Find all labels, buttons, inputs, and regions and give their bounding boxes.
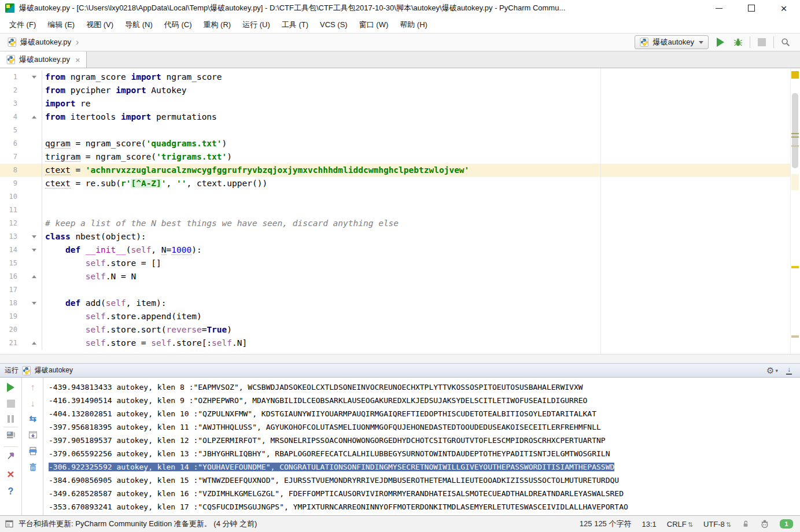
code-line[interactable]: 11 — [0, 204, 791, 217]
code-line[interactable]: 10 — [0, 190, 791, 204]
code-line[interactable]: 7trigram = ngram_score('trigrams.txt') — [0, 150, 791, 164]
search-everywhere-button[interactable] — [779, 36, 792, 49]
console-line[interactable]: -306.922325592 autokey, klen 14 :"YOUHAV… — [44, 460, 800, 474]
close-console-button[interactable]: × — [6, 469, 16, 478]
menu-item-5[interactable]: 重构 (R) — [197, 17, 237, 32]
stripe-mark[interactable] — [791, 145, 799, 147]
pin-tab-button[interactable] — [6, 451, 16, 460]
code-line[interactable]: 8ctext = 'achnrvxzzuglarucalznwcygfggruf… — [0, 164, 791, 177]
fold-up-icon[interactable] — [17, 337, 42, 350]
console-line[interactable]: -353.670893241 autokey, klen 17 :"CQSFUC… — [44, 500, 800, 513]
stripe-mark[interactable] — [791, 174, 799, 190]
close-window-button[interactable]: × — [768, 0, 800, 16]
fold-up-icon[interactable] — [17, 270, 42, 283]
scroll-to-end-button[interactable] — [28, 430, 38, 439]
inspection-status-icon[interactable] — [791, 71, 799, 79]
prev-occurrence-button[interactable]: ↑ — [28, 383, 38, 392]
code-line[interactable]: 1from ngram_score import ngram_score — [0, 71, 791, 84]
code-line[interactable]: 4from itertools import permutations — [0, 110, 791, 124]
console-line[interactable]: -384.690856905 autokey, klen 15 :"WTNWZD… — [44, 474, 800, 487]
restore-layout-button[interactable] — [6, 430, 16, 439]
code-line[interactable]: 2from pycipher import Autokey — [0, 84, 791, 97]
code-line[interactable]: 16 self.N = N — [0, 270, 791, 283]
console-line[interactable]: -397.905189537 autokey, klen 12 :"OLPZER… — [44, 434, 800, 447]
menu-item-3[interactable]: 导航 (N) — [119, 17, 158, 32]
code-editor[interactable]: 1from ngram_score import ngram_score2fro… — [0, 68, 800, 354]
fold-down-icon[interactable] — [17, 71, 42, 84]
run-tool-window-header[interactable]: 运行 爆破autokey ⚙▾ ↓ — [0, 363, 800, 378]
fold-down-icon[interactable] — [17, 230, 42, 243]
code-line[interactable]: 14 def __init__(self, N=1000): — [0, 243, 791, 257]
console-line[interactable]: -439.943813433 autokey, klen 8 :"EAPMVSO… — [44, 380, 800, 394]
code-line[interactable]: 17 — [0, 283, 791, 297]
gear-icon[interactable]: ⚙▾ — [766, 365, 778, 376]
code-line[interactable]: 21 self.store = self.store[:self.N] — [0, 337, 791, 350]
next-occurrence-button[interactable]: ↓ — [28, 399, 38, 408]
line-number: 9 — [0, 177, 17, 190]
soft-wrap-button[interactable]: ⇆ — [28, 414, 38, 423]
menu-item-10[interactable]: 帮助 (H) — [394, 17, 433, 32]
fold-up-icon[interactable] — [17, 110, 42, 124]
code-line[interactable]: 6qgram = ngram_score('quadgrams.txt') — [0, 137, 791, 150]
hector-inspections-icon[interactable] — [760, 519, 769, 529]
bug-icon — [733, 38, 743, 47]
editor-scrollbar[interactable] — [792, 93, 798, 168]
menu-item-1[interactable]: 编辑 (E) — [42, 17, 80, 32]
caret-position[interactable]: 13:1 — [642, 520, 656, 529]
pause-output-button[interactable] — [6, 414, 16, 423]
run-config-select[interactable]: 爆破autokey — [635, 35, 709, 49]
minimize-button[interactable] — [703, 0, 735, 16]
event-log-badge[interactable]: 1 — [780, 519, 793, 529]
code-line[interactable]: 13class nbest(object): — [0, 230, 791, 243]
print-button[interactable] — [28, 446, 38, 456]
toggle-toolwindows-icon[interactable] — [5, 519, 14, 529]
stripe-mark[interactable] — [791, 335, 799, 338]
menu-item-9[interactable]: 窗口 (W) — [353, 17, 395, 32]
lock-icon[interactable] — [742, 520, 750, 528]
console-line[interactable]: -416.391490514 autokey, klen 9 :"OZHPEPW… — [44, 394, 800, 407]
console-line[interactable]: -397.956818395 autokey, klen 11 :"AWJTHH… — [44, 420, 800, 434]
status-message[interactable]: 平台和插件更新: PyCharm Community Edition 准备更新。… — [0, 519, 257, 529]
tab-file[interactable]: 爆破autokey.py × — [0, 51, 87, 68]
hide-tool-window-icon[interactable]: ↓ — [786, 366, 792, 375]
code-text — [42, 283, 791, 297]
clear-all-button[interactable] — [28, 463, 38, 472]
debug-button[interactable] — [732, 36, 744, 49]
menu-item-0[interactable]: 文件 (F) — [3, 17, 42, 32]
breadcrumb[interactable]: 爆破autokey.py › — [0, 37, 79, 47]
help-button[interactable]: ? — [6, 487, 16, 496]
console-line[interactable]: -404.132802851 autokey, klen 10 :"QZPULN… — [44, 407, 800, 420]
code-line[interactable]: 9ctext = re.sub(r'[^A-Z]', '', ctext.upp… — [0, 177, 791, 190]
tab-label: 爆破autokey.py — [19, 54, 70, 65]
stripe-mark[interactable] — [791, 136, 799, 138]
editor-console-splitter[interactable] — [0, 354, 800, 363]
rerun-button[interactable] — [6, 383, 16, 392]
stripe-mark[interactable] — [791, 133, 799, 134]
menu-item-4[interactable]: 代码 (C) — [158, 17, 198, 32]
maximize-button[interactable] — [735, 0, 768, 16]
run-console[interactable]: × ? ↑ ↓ ⇆ -439.943813433 autokey, klen 8… — [0, 378, 800, 515]
stop-button[interactable] — [755, 36, 768, 49]
code-line[interactable]: 18 def add(self, item): — [0, 297, 791, 310]
stop-process-button[interactable] — [6, 399, 16, 408]
console-line[interactable]: -379.065592256 autokey, klen 13 :"JBHYGH… — [44, 447, 800, 460]
fold-down-icon[interactable] — [17, 243, 42, 257]
code-line[interactable]: 5 — [0, 124, 791, 137]
code-line[interactable]: 20 self.store.sort(reverse=True) — [0, 323, 791, 337]
code-line[interactable]: 15 self.store = [] — [0, 257, 791, 270]
line-ending-select[interactable]: CRLF⇅ — [667, 520, 693, 529]
menu-item-7[interactable]: 工具 (T) — [276, 17, 314, 32]
code-line[interactable]: 3import re — [0, 97, 791, 110]
menu-item-6[interactable]: 运行 (U) — [237, 17, 276, 32]
code-line[interactable]: 19 self.store.append(item) — [0, 310, 791, 323]
encoding-select[interactable]: UTF-8⇅ — [703, 520, 731, 529]
run-button[interactable] — [714, 36, 727, 49]
stripe-mark[interactable] — [791, 266, 799, 268]
console-line[interactable]: -349.628528587 autokey, klen 16 :"VZDIMH… — [44, 487, 800, 500]
update-message[interactable]: 平台和插件更新: PyCharm Community Edition 准备更新。… — [19, 519, 257, 529]
code-line[interactable]: 12# keep a list of the N best things we … — [0, 217, 791, 230]
fold-down-icon[interactable] — [17, 297, 42, 310]
menu-item-2[interactable]: 视图 (V) — [80, 17, 119, 32]
close-tab-icon[interactable]: × — [75, 56, 80, 64]
menu-item-8[interactable]: VCS (S) — [314, 18, 353, 31]
